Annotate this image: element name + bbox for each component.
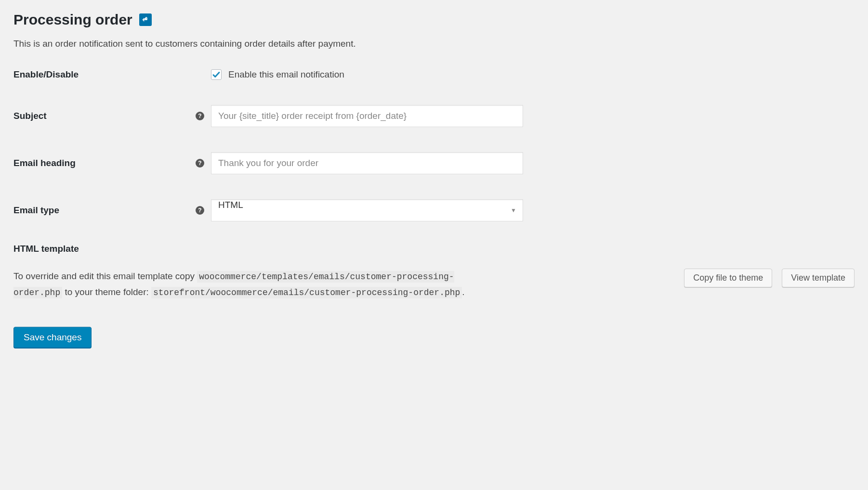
label-email-type: Email type <box>13 205 196 216</box>
row-enable-disable: Enable/Disable Enable this email notific… <box>13 69 855 80</box>
row-email-heading: Email heading ? <box>13 152 855 174</box>
help-icon[interactable]: ? <box>196 159 204 168</box>
help-icon[interactable]: ? <box>196 206 204 215</box>
subject-input[interactable] <box>211 105 523 127</box>
template-text-suffix: . <box>462 287 464 297</box>
back-icon[interactable]: ↵ <box>139 13 152 26</box>
enable-checkbox-label[interactable]: Enable this email notification <box>228 69 344 80</box>
label-enable-disable: Enable/Disable <box>13 69 196 80</box>
copy-file-button[interactable]: Copy file to theme <box>684 269 772 287</box>
label-subject: Subject <box>13 111 196 121</box>
email-heading-input[interactable] <box>211 152 523 174</box>
enable-checkbox[interactable] <box>211 69 222 80</box>
view-template-button[interactable]: View template <box>782 269 855 287</box>
template-text-prefix: To override and edit this email template… <box>13 271 197 281</box>
template-instructions: To override and edit this email template… <box>13 269 476 300</box>
template-dest-path: storefront/woocommerce/emails/customer-p… <box>151 287 462 298</box>
label-email-heading: Email heading <box>13 158 196 168</box>
check-icon <box>212 70 221 79</box>
page-title: Processing order <box>13 12 132 28</box>
page-description: This is an order notification sent to cu… <box>13 39 855 49</box>
template-text-middle: to your theme folder: <box>62 287 151 297</box>
email-type-select[interactable]: HTML <box>211 199 523 221</box>
template-row: To override and edit this email template… <box>13 269 855 300</box>
row-email-type: Email type ? HTML ▼ <box>13 199 855 221</box>
html-template-heading: HTML template <box>13 244 855 254</box>
row-subject: Subject ? <box>13 105 855 127</box>
help-icon[interactable]: ? <box>196 112 204 120</box>
save-changes-button[interactable]: Save changes <box>13 327 92 348</box>
